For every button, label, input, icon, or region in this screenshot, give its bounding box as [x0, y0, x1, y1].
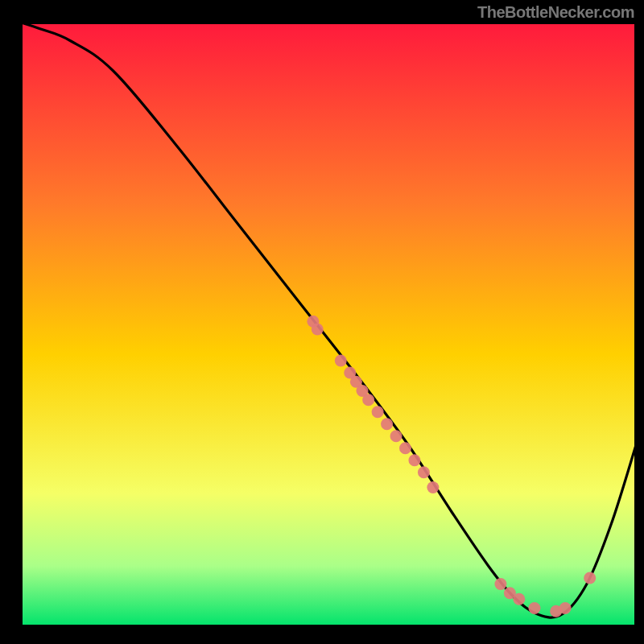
data-point-marker — [312, 324, 324, 336]
data-point-marker — [528, 602, 540, 614]
chart-canvas — [0, 0, 644, 644]
plot-background — [21, 23, 636, 626]
data-point-marker — [362, 394, 374, 406]
data-point-marker — [427, 481, 439, 493]
data-point-marker — [494, 578, 506, 590]
bottleneck-chart: TheBottleNecker.com — [0, 0, 644, 644]
data-point-marker — [381, 418, 393, 430]
watermark-text: TheBottleNecker.com — [477, 3, 634, 22]
data-point-marker — [559, 602, 572, 614]
data-point-marker — [408, 454, 420, 466]
data-point-marker — [399, 442, 411, 454]
data-point-marker — [390, 430, 402, 442]
data-point-marker — [513, 593, 525, 605]
data-point-marker — [372, 406, 384, 418]
data-point-marker — [335, 355, 347, 367]
data-point-marker — [584, 572, 596, 584]
data-point-marker — [418, 466, 430, 478]
